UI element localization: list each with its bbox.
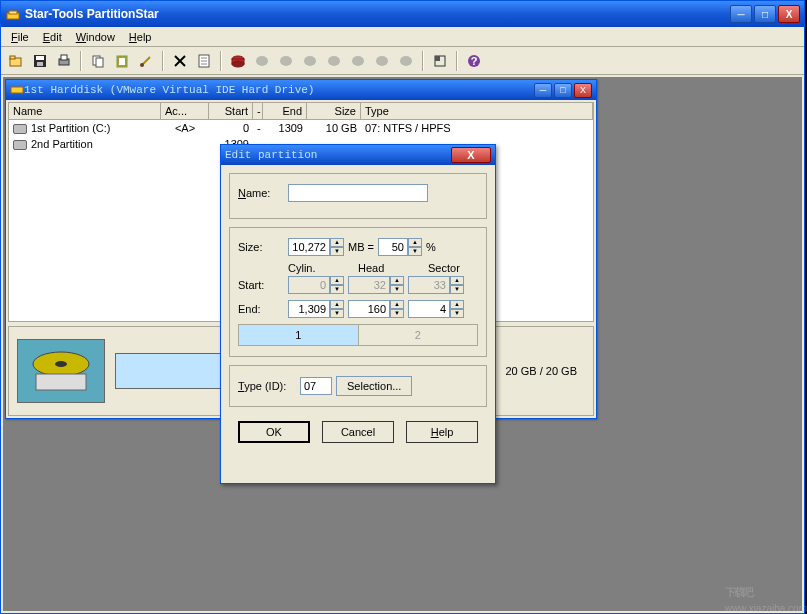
spin-down-icon[interactable]: ▼	[408, 247, 422, 256]
end-cyl-input[interactable]	[288, 300, 330, 318]
bubble-icon	[395, 50, 417, 72]
maximize-button[interactable]: □	[754, 5, 776, 23]
toolbar-separator	[220, 51, 222, 71]
app-title: Star-Tools PartitionStar	[25, 7, 730, 21]
child-maximize-button[interactable]: □	[554, 83, 572, 98]
name-field[interactable]	[288, 184, 428, 202]
menu-file[interactable]: File	[5, 30, 35, 44]
type-group: Type (ID): Selection...	[229, 365, 487, 407]
end-head-input[interactable]	[348, 300, 390, 318]
end-cyl-spinner[interactable]: ▲▼	[288, 300, 344, 318]
svg-rect-5	[36, 56, 44, 60]
svg-point-26	[304, 56, 316, 66]
cell-sep: -	[253, 121, 263, 135]
paste-icon[interactable]	[111, 50, 133, 72]
spin-up-icon[interactable]: ▲	[450, 300, 464, 309]
svg-point-25	[280, 56, 292, 66]
col-start[interactable]: Start	[209, 103, 253, 119]
save-icon[interactable]	[29, 50, 51, 72]
type-id-input[interactable]	[300, 377, 332, 395]
svg-rect-3	[10, 56, 15, 59]
start-sec-input	[408, 276, 450, 294]
svg-point-14	[140, 63, 144, 67]
spin-up-icon[interactable]: ▲	[390, 300, 404, 309]
table-row[interactable]: 1st Partition (C:) <A> 0 - 1309 10 GB 07…	[9, 120, 593, 136]
segment-1[interactable]: 1	[239, 325, 359, 345]
svg-point-28	[352, 56, 364, 66]
start-sec-spinner: ▲▼	[408, 276, 464, 294]
cell-type: 07: NTFS / HPFS	[361, 121, 593, 135]
spin-down-icon[interactable]: ▼	[390, 309, 404, 318]
dialog-title: Edit partition	[225, 149, 451, 161]
open-icon[interactable]	[5, 50, 27, 72]
size-label: Size:	[238, 241, 284, 253]
end-sec-spinner[interactable]: ▲▼	[408, 300, 464, 318]
svg-rect-6	[37, 62, 43, 66]
end-sec-input[interactable]	[408, 300, 450, 318]
start-label: Start:	[238, 279, 284, 291]
svg-point-24	[256, 56, 268, 66]
minimize-button[interactable]: ─	[730, 5, 752, 23]
bubble-icon	[251, 50, 273, 72]
svg-rect-38	[36, 374, 86, 390]
percent-input[interactable]	[378, 238, 408, 256]
end-head-spinner[interactable]: ▲▼	[348, 300, 404, 318]
cell-end: 1309	[263, 121, 307, 135]
col-end[interactable]: End	[263, 103, 307, 119]
col-active[interactable]: Ac...	[161, 103, 209, 119]
menubar: File Edit Window Help	[1, 27, 804, 47]
properties-icon[interactable]	[193, 50, 215, 72]
help-icon[interactable]: ?	[463, 50, 485, 72]
bubble-icon	[299, 50, 321, 72]
col-type[interactable]: Type	[361, 103, 593, 119]
spin-down-icon[interactable]: ▼	[450, 309, 464, 318]
end-label: End:	[238, 303, 284, 315]
size-input[interactable]	[288, 238, 330, 256]
percent-spinner[interactable]: ▲▼	[378, 238, 422, 256]
partition-icon	[13, 140, 27, 150]
spin-up-icon[interactable]: ▲	[408, 238, 422, 247]
menu-help[interactable]: Help	[123, 30, 158, 44]
cylin-header: Cylin.	[288, 262, 336, 274]
dialog-close-button[interactable]: X	[451, 147, 491, 163]
child-close-button[interactable]: X	[574, 83, 592, 98]
ok-button[interactable]: OK	[238, 421, 310, 443]
print-icon[interactable]	[53, 50, 75, 72]
svg-rect-1	[9, 11, 17, 14]
brush-icon[interactable]	[135, 50, 157, 72]
partition-selector-bar[interactable]: 1 2	[238, 324, 478, 346]
disk-icon[interactable]	[227, 50, 249, 72]
cell-name: 1st Partition (C:)	[31, 122, 110, 134]
spin-up-icon: ▲	[390, 276, 404, 285]
spin-up-icon[interactable]: ▲	[330, 300, 344, 309]
svg-text:?: ?	[471, 55, 478, 67]
toggle-icon[interactable]	[429, 50, 451, 72]
help-button[interactable]: Help	[406, 421, 478, 443]
segment-2[interactable]: 2	[359, 325, 478, 345]
child-minimize-button[interactable]: ─	[534, 83, 552, 98]
spin-down-icon[interactable]: ▼	[330, 247, 344, 256]
menu-window[interactable]: Window	[70, 30, 121, 44]
col-separator[interactable]: -	[253, 103, 263, 119]
svg-rect-10	[96, 58, 103, 67]
close-button[interactable]: X	[778, 5, 800, 23]
col-name[interactable]: Name	[9, 103, 161, 119]
child-title: 1st Harddisk (VMware Virtual IDE Hard Dr…	[24, 84, 532, 96]
spin-up-icon[interactable]: ▲	[330, 238, 344, 247]
menu-edit[interactable]: Edit	[37, 30, 68, 44]
name-group: Name:	[229, 173, 487, 219]
svg-rect-8	[61, 55, 67, 60]
capacity-label: 20 GB / 20 GB	[505, 365, 577, 377]
col-size[interactable]: Size	[307, 103, 361, 119]
spin-down-icon[interactable]: ▼	[330, 309, 344, 318]
size-spinner[interactable]: ▲▼	[288, 238, 344, 256]
cancel-button[interactable]: Cancel	[322, 421, 394, 443]
disk-window-icon	[10, 82, 24, 98]
spin-up-icon: ▲	[450, 276, 464, 285]
type-label: Type (ID):	[238, 380, 296, 392]
delete-icon[interactable]	[169, 50, 191, 72]
selection-button[interactable]: Selection...	[336, 376, 412, 396]
drive-image	[17, 339, 105, 403]
copy-icon[interactable]	[87, 50, 109, 72]
dialog-titlebar: Edit partition X	[221, 145, 495, 165]
